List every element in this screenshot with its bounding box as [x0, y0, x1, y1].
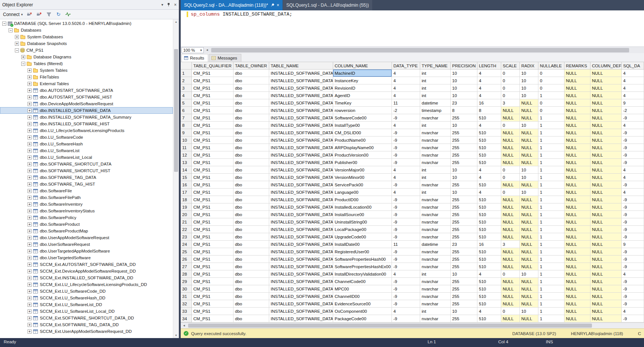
grid-cell[interactable]: 1 [538, 218, 564, 226]
grid-cell[interactable]: CM_PS1 [192, 248, 234, 256]
grid-cell[interactable]: 10 [520, 84, 538, 92]
grid-cell[interactable]: 1 [538, 181, 564, 189]
grid-column-header[interactable]: NULLABLE [538, 62, 564, 70]
grid-corner-cell[interactable] [181, 62, 192, 70]
grid-cell[interactable]: NULL [564, 166, 590, 174]
grid-cell[interactable]: NULL [520, 144, 538, 151]
grid-cell[interactable]: NULL [564, 144, 590, 151]
grid-cell[interactable]: 4 [477, 84, 501, 92]
grid-cell[interactable]: INSTALLED_SOFTWARE_DATA [269, 144, 333, 151]
grid-cell[interactable]: ProductVersion00 [333, 151, 392, 159]
grid-cell[interactable]: 255 [451, 114, 477, 122]
tree-item[interactable]: +dbo.SoftwareFilePath [0, 194, 173, 201]
grid-cell[interactable]: 1 [538, 241, 564, 248]
grid-cell[interactable]: 10 [451, 92, 477, 99]
grid-cell[interactable]: 23 [451, 99, 477, 107]
grid-cell[interactable]: -9 [622, 315, 644, 322]
expand-icon[interactable]: + [15, 42, 19, 46]
grid-row-number[interactable]: 7 [181, 114, 192, 122]
grid-cell[interactable]: NULL [520, 248, 538, 256]
grid-cell[interactable]: ProductName00 [333, 136, 392, 144]
expand-icon[interactable]: + [28, 269, 32, 273]
expand-icon[interactable]: + [28, 189, 32, 193]
grid-row-number[interactable]: 22 [181, 226, 192, 233]
grid-cell[interactable]: 510 [477, 129, 501, 136]
grid-cell[interactable]: INSTALLED_SOFTWARE_DATA [269, 107, 333, 114]
expand-icon[interactable]: + [28, 202, 32, 206]
grid-cell[interactable]: nvarchar [420, 285, 451, 293]
tree-item[interactable]: +SCCM_Ext.UserAppModelSoftwareRequest_DD [0, 328, 173, 335]
grid-cell[interactable]: NULL [520, 241, 538, 248]
collapse-icon[interactable]: − [21, 62, 25, 66]
grid-cell[interactable]: int [420, 189, 451, 196]
grid-row-number[interactable]: 30 [181, 285, 192, 293]
grid-cell[interactable]: NULL [501, 107, 520, 114]
grid-cell[interactable]: -9 [622, 196, 644, 203]
grid-cell[interactable]: dbo [234, 70, 269, 77]
grid-cell[interactable]: Language00 [333, 189, 392, 196]
grid-cell[interactable]: NULL [590, 136, 622, 144]
grid-cell[interactable]: int [420, 308, 451, 315]
grid-cell[interactable]: NULL [590, 70, 622, 77]
grid-cell[interactable]: dbo [234, 174, 269, 181]
grid-cell[interactable]: 1 [538, 174, 564, 181]
pin-panel-icon[interactable] [167, 3, 170, 7]
grid-cell[interactable]: NULL [520, 159, 538, 166]
grid-cell[interactable]: NULL [590, 189, 622, 196]
grid-cell[interactable]: NULL [520, 293, 538, 300]
grid-cell[interactable]: dbo [234, 181, 269, 189]
grid-cell[interactable]: INSTALLED_SOFTWARE_DATA [269, 315, 333, 322]
grid-row-number[interactable]: 6 [181, 107, 192, 114]
grid-cell[interactable]: 10 [520, 189, 538, 196]
grid-cell[interactable]: CM_PS1 [192, 159, 234, 166]
grid-cell[interactable]: 255 [451, 263, 477, 270]
grid-cell[interactable]: OsComponent00 [333, 308, 392, 315]
grid-cell[interactable]: dbo [234, 144, 269, 151]
grid-cell[interactable]: NULL [564, 270, 590, 278]
grid-cell[interactable]: NULL [590, 263, 622, 270]
grid-cell[interactable]: 1 [538, 233, 564, 241]
grid-cell[interactable]: nvarchar [420, 203, 451, 211]
grid-cell[interactable]: dbo [234, 211, 269, 218]
grid-cell[interactable]: NULL [564, 129, 590, 136]
grid-cell[interactable]: NULL [520, 315, 538, 322]
grid-cell[interactable]: CM_PS1 [192, 263, 234, 270]
grid-cell[interactable]: 4 [622, 308, 644, 315]
grid-cell[interactable]: 255 [451, 315, 477, 322]
grid-cell[interactable]: NULL [564, 293, 590, 300]
grid-cell[interactable]: -9 [622, 203, 644, 211]
grid-cell[interactable]: nvarchar [420, 263, 451, 270]
grid-cell[interactable]: -9 [392, 233, 420, 241]
grid-cell[interactable]: INSTALLED_SOFTWARE_DATA [269, 203, 333, 211]
grid-cell[interactable]: NULL [520, 285, 538, 293]
grid-cell[interactable]: 4 [477, 174, 501, 181]
grid-cell[interactable]: INSTALLED_SOFTWARE_DATA [269, 70, 333, 77]
grid-cell[interactable]: 3 [501, 241, 520, 248]
grid-cell[interactable]: NULL [590, 114, 622, 122]
scroll-down-icon[interactable]: ▼ [173, 333, 179, 338]
grid-cell[interactable]: dbo [234, 233, 269, 241]
grid-cell[interactable]: CM_PS1 [192, 241, 234, 248]
grid-cell[interactable]: INSTALLED_SOFTWARE_DATA [269, 114, 333, 122]
grid-cell[interactable]: NULL [564, 241, 590, 248]
grid-cell[interactable]: dbo [234, 122, 269, 129]
grid-cell[interactable]: 4 [622, 77, 644, 84]
tree-item[interactable]: −Tables (filtered) [0, 60, 173, 67]
tree-item[interactable]: +SCCM_Ext.LU_SoftwareList_DD [0, 301, 173, 308]
grid-cell[interactable]: -9 [392, 300, 420, 308]
expand-icon[interactable]: + [21, 55, 25, 59]
grid-row-number[interactable]: 15 [181, 174, 192, 181]
grid-cell[interactable]: dbo [234, 84, 269, 92]
grid-cell[interactable]: NULL [564, 181, 590, 189]
grid-cell[interactable]: NULL [520, 129, 538, 136]
grid-cell[interactable]: 1 [538, 196, 564, 203]
tree-item[interactable]: +dbo.SoftwareInventoryStatus [0, 208, 173, 214]
grid-cell[interactable]: NULL [590, 241, 622, 248]
tree-item[interactable]: +SCCM_Ext.SOFTWARE_TAG_DATA_DD [0, 321, 173, 328]
grid-cell[interactable]: INSTALLED_SOFTWARE_DATA [269, 196, 333, 203]
grid-row-number[interactable]: 29 [181, 278, 192, 285]
grid-cell[interactable]: CM_PS1 [192, 285, 234, 293]
grid-cell[interactable]: nvarchar [420, 136, 451, 144]
grid-cell[interactable]: dbo [234, 92, 269, 99]
tree-item[interactable]: −DATABASE (SQL Server 13.0.5026.0 - HENR… [0, 20, 173, 27]
